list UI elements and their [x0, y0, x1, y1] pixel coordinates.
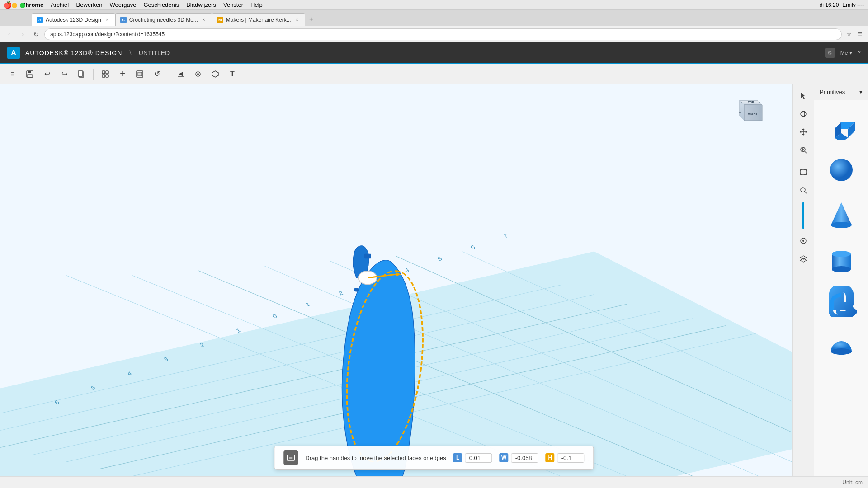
app-filename: UNTITLED: [139, 49, 170, 56]
svg-point-58: [802, 111, 805, 117]
hint-field-l: L 0.01: [453, 453, 492, 463]
svg-point-86: [832, 251, 851, 257]
zoom-tool-button[interactable]: [795, 142, 811, 158]
svg-point-57: [801, 111, 806, 117]
main-content: 6 5 4 3 2 1 0 1 2 3 4 5 6 7: [0, 84, 868, 476]
svg-rect-1: [28, 71, 31, 73]
primitives-chevron-icon[interactable]: ▾: [859, 89, 863, 95]
menubar-bewerken[interactable]: Bewerken: [76, 1, 103, 8]
svg-rect-90: [289, 457, 292, 459]
menu-button[interactable]: ≡: [5, 67, 20, 81]
menubar-user: Emily ----: [842, 2, 864, 8]
hint-value-h[interactable]: -0.1: [557, 453, 585, 463]
tab-crocheting[interactable]: C Crocheting needles 3D Mo... ×: [115, 13, 212, 26]
layers-button[interactable]: [795, 251, 811, 267]
hint-label-h: H: [546, 453, 555, 462]
menubar-geschiedenis[interactable]: Geschiedenis: [143, 1, 179, 8]
help-button[interactable]: ?: [858, 50, 861, 56]
menubar-venster[interactable]: Venster: [223, 1, 243, 8]
tab-close-makers[interactable]: ×: [294, 17, 300, 23]
svg-line-60: [805, 151, 807, 153]
right-toolbar-separator-1: [797, 161, 810, 161]
settings-gear-icon[interactable]: ⚙: [825, 48, 835, 58]
url-text: apps.123dapp.com/design/?contentid=16355…: [50, 31, 165, 38]
primitive-hemisphere[interactable]: [821, 325, 862, 366]
chrome-window: A Autodesk 123D Design × C Crocheting ne…: [0, 10, 868, 488]
close-window-btn[interactable]: [4, 3, 9, 8]
hint-value-w[interactable]: -0.058: [511, 453, 538, 463]
svg-rect-8: [106, 75, 108, 77]
search-view-button[interactable]: [795, 182, 811, 198]
bookmark-icon[interactable]: ☆: [844, 30, 854, 39]
primitive-torus[interactable]: [821, 281, 862, 322]
svg-text:RIGHT: RIGHT: [748, 112, 758, 115]
tab-close-autodesk[interactable]: ×: [104, 17, 110, 23]
hint-value-l[interactable]: 0.01: [465, 453, 492, 463]
svg-rect-7: [102, 75, 105, 77]
menubar-bladwijzers[interactable]: Bladwijzers: [186, 1, 216, 8]
menubar-help[interactable]: Help: [250, 1, 263, 8]
back-button[interactable]: ‹: [4, 29, 14, 40]
primitives-panel: Primitives ▾: [814, 84, 868, 476]
minimize-window-btn[interactable]: [12, 3, 17, 8]
svg-rect-6: [106, 71, 108, 74]
menubar-time: di 16:20: [820, 2, 839, 8]
svg-line-73: [805, 192, 807, 193]
solid-button[interactable]: [208, 67, 222, 81]
forward-button[interactable]: ›: [17, 29, 28, 40]
maximize-window-btn[interactable]: [20, 3, 25, 8]
tab-close-crocheting[interactable]: ×: [201, 17, 207, 23]
add-button[interactable]: +: [115, 67, 130, 81]
group-button[interactable]: [191, 67, 205, 81]
menubar-weergave[interactable]: Weergave: [109, 1, 136, 8]
tab-title-makers: Makers | Makerfaire Kerk...: [226, 17, 291, 23]
app-title-separator: \: [129, 49, 131, 57]
app-header: A AUTODESK® 123D® DESIGN \ UNTITLED ⚙ Me…: [0, 42, 868, 64]
tab-autodesk[interactable]: A Autodesk 123D Design ×: [32, 13, 115, 26]
transform-button[interactable]: [132, 67, 147, 81]
subtract-button[interactable]: [174, 67, 188, 81]
redo-button[interactable]: ↪: [57, 67, 71, 81]
perspective-view-button[interactable]: [795, 233, 811, 249]
viewcube[interactable]: TOP RIGHT F: [731, 91, 767, 127]
addressbar: ‹ › ↻ apps.123dapp.com/design/?contentid…: [0, 26, 868, 42]
tab-makers[interactable]: M Makers | Makerfaire Kerk... ×: [212, 13, 305, 26]
svg-point-50: [354, 288, 359, 291]
help-label: ?: [858, 50, 861, 56]
text-button[interactable]: T: [225, 67, 240, 81]
svg-point-87: [832, 266, 851, 272]
select-tool-button[interactable]: [795, 88, 811, 104]
refresh-tool-button[interactable]: ↺: [150, 67, 164, 81]
fit-all-button[interactable]: [795, 164, 811, 180]
macos-menubar: 🍎 Chrome Archief Bewerken Weergave Gesch…: [0, 0, 868, 10]
menubar-archief[interactable]: Archief: [51, 1, 69, 8]
right-toolbar: [792, 84, 814, 476]
primitive-box[interactable]: [821, 104, 862, 145]
svg-text:1: 1: [235, 327, 242, 334]
url-bar[interactable]: apps.123dapp.com/design/?contentid=16355…: [44, 28, 842, 40]
blue-indicator-bar: [802, 202, 804, 229]
undo-button[interactable]: ↩: [40, 67, 54, 81]
save-button[interactable]: [23, 67, 37, 81]
primitive-cone[interactable]: [821, 192, 862, 233]
svg-text:2: 2: [337, 290, 344, 296]
primitives-list: [814, 100, 868, 476]
primitive-sphere[interactable]: [821, 148, 862, 189]
tabbar: A Autodesk 123D Design × C Crocheting ne…: [0, 10, 868, 26]
refresh-button[interactable]: ↻: [31, 29, 42, 40]
pan-tool-button[interactable]: [795, 124, 811, 140]
app-title: AUTODESK® 123D® DESIGN: [25, 49, 122, 56]
svg-rect-5: [102, 71, 105, 74]
primitive-cylinder[interactable]: [821, 237, 862, 277]
statusbar: Unit: cm: [0, 476, 868, 488]
viewport-3d[interactable]: 6 5 4 3 2 1 0 1 2 3 4 5 6 7: [0, 84, 792, 476]
orbit-tool-button[interactable]: [795, 106, 811, 122]
me-button[interactable]: Me ▾: [840, 50, 853, 56]
settings-icon[interactable]: ☰: [855, 30, 864, 39]
copy-button[interactable]: [74, 67, 89, 81]
snap-button[interactable]: [98, 67, 113, 81]
new-tab-btn[interactable]: +: [305, 13, 318, 26]
hint-text: Drag the handles to move the selected fa…: [305, 455, 446, 461]
tab-favicon-makers: M: [217, 17, 223, 23]
svg-rect-10: [138, 72, 142, 76]
